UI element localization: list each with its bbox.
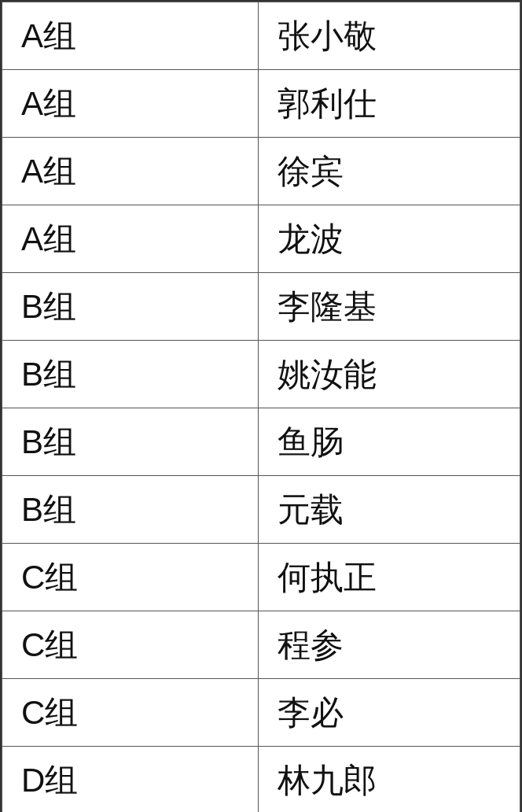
name-cell: 李必 bbox=[258, 679, 520, 747]
table-row: C组程参 bbox=[2, 611, 520, 679]
name-cell: 程参 bbox=[258, 611, 520, 679]
table-row: A组龙波 bbox=[2, 205, 520, 273]
group-cell: A组 bbox=[2, 2, 259, 70]
name-cell: 何执正 bbox=[258, 544, 520, 611]
name-cell: 张小敬 bbox=[258, 2, 520, 70]
group-cell: C组 bbox=[2, 544, 259, 611]
group-cell: A组 bbox=[2, 205, 259, 273]
table-row: A组郭利仕 bbox=[2, 70, 520, 138]
group-cell: D组 bbox=[2, 747, 259, 813]
table-row: D组林九郎 bbox=[2, 747, 520, 813]
table-row: B组鱼肠 bbox=[2, 408, 520, 476]
name-cell: 郭利仕 bbox=[258, 70, 520, 138]
table-row: B组元载 bbox=[2, 476, 520, 544]
name-cell: 姚汝能 bbox=[258, 341, 520, 408]
name-cell: 鱼肠 bbox=[258, 408, 520, 476]
group-cell: B组 bbox=[2, 408, 259, 476]
name-cell: 林九郎 bbox=[258, 747, 520, 813]
group-cell: B组 bbox=[2, 341, 259, 408]
name-cell: 徐宾 bbox=[258, 138, 520, 205]
table-row: A组张小敬 bbox=[2, 2, 520, 70]
table-row: C组李必 bbox=[2, 679, 520, 747]
group-cell: B组 bbox=[2, 476, 259, 544]
table-row: B组姚汝能 bbox=[2, 341, 520, 408]
main-table: A组张小敬A组郭利仕A组徐宾A组龙波B组李隆基B组姚汝能B组鱼肠B组元载C组何执… bbox=[0, 0, 522, 812]
group-cell: A组 bbox=[2, 70, 259, 138]
table-row: A组徐宾 bbox=[2, 138, 520, 205]
group-cell: A组 bbox=[2, 138, 259, 205]
name-cell: 元载 bbox=[258, 476, 520, 544]
table-row: B组李隆基 bbox=[2, 273, 520, 341]
group-cell: C组 bbox=[2, 611, 259, 679]
group-cell: C组 bbox=[2, 679, 259, 747]
group-cell: B组 bbox=[2, 273, 259, 341]
name-cell: 李隆基 bbox=[258, 273, 520, 341]
name-cell: 龙波 bbox=[258, 205, 520, 273]
table-row: C组何执正 bbox=[2, 544, 520, 611]
